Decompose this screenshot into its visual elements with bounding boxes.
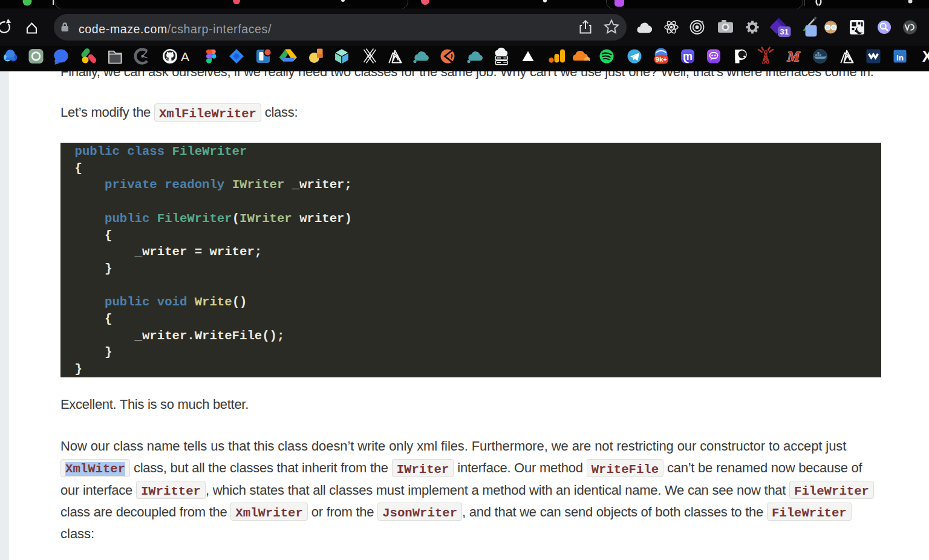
- svg-text:X: X: [922, 48, 929, 65]
- svg-text:in: in: [896, 53, 904, 62]
- svg-text:A: A: [181, 50, 189, 63]
- svg-text:M: M: [786, 48, 801, 64]
- svg-text:31: 31: [780, 27, 789, 36]
- svg-text:9k+: 9k+: [656, 56, 668, 63]
